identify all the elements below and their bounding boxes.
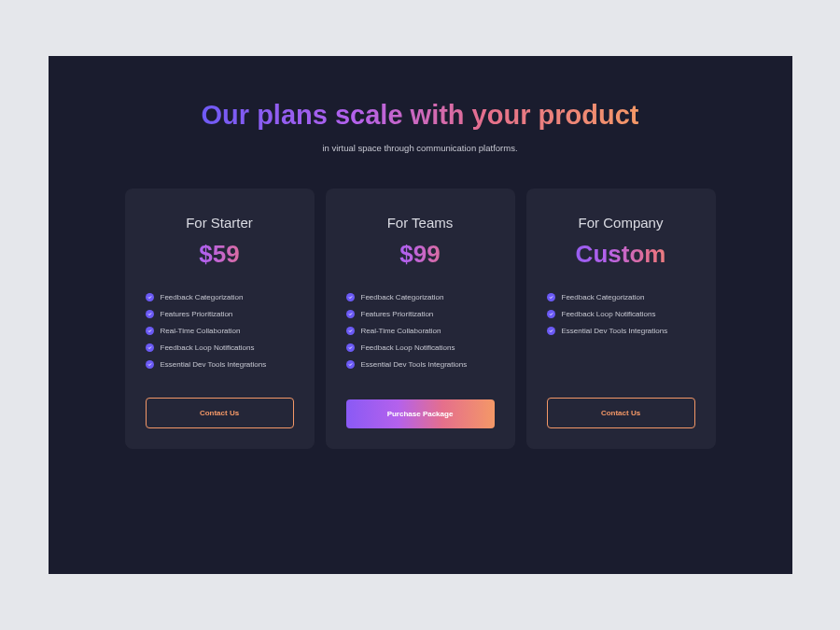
feature-item: Feedback Loop Notifications — [146, 343, 294, 352]
plan-price: $99 — [346, 240, 495, 269]
feature-label: Feedback Categorization — [161, 293, 244, 301]
check-icon — [346, 343, 355, 352]
page-title: Our plans scale with your product — [202, 98, 639, 133]
feature-item: Real-Time Collaboration — [146, 327, 294, 335]
plan-card-teams: For Teams $99 Feedback Categorization Fe… — [326, 189, 515, 449]
feature-list: Feedback Categorization Feedback Loop No… — [547, 293, 695, 377]
feature-label: Feedback Categorization — [361, 293, 444, 301]
plan-name: For Teams — [346, 215, 495, 231]
feature-item: Feedback Loop Notifications — [346, 343, 495, 352]
check-icon — [547, 293, 555, 301]
feature-label: Feedback Loop Notifications — [562, 310, 656, 318]
feature-label: Real-Time Collaboration — [361, 327, 441, 335]
feature-label: Essential Dev Tools Integrations — [562, 327, 668, 335]
plan-name: For Company — [547, 215, 695, 231]
feature-item: Features Prioritization — [346, 310, 495, 318]
check-icon — [146, 343, 154, 352]
contact-us-button[interactable]: Contact Us — [146, 398, 294, 428]
check-icon — [346, 310, 355, 318]
check-icon — [346, 327, 355, 335]
purchase-package-button[interactable]: Purchase Package — [346, 399, 495, 428]
feature-list: Feedback Categorization Features Priorit… — [146, 293, 294, 377]
plans-row: For Starter $59 Feedback Categorization … — [86, 189, 755, 449]
check-icon — [547, 310, 555, 318]
feature-item: Essential Dev Tools Integrations — [146, 360, 294, 369]
feature-item: Real-Time Collaboration — [346, 327, 495, 335]
plan-price: Custom — [547, 240, 695, 269]
check-icon — [146, 310, 154, 318]
pricing-section: Our plans scale with your product in vir… — [49, 56, 792, 574]
feature-label: Features Prioritization — [161, 310, 233, 318]
check-icon — [146, 293, 154, 301]
plan-card-company: For Company Custom Feedback Categorizati… — [526, 189, 716, 449]
header: Our plans scale with your product in vir… — [86, 98, 755, 153]
feature-label: Features Prioritization — [361, 310, 434, 318]
feature-item: Feedback Loop Notifications — [547, 310, 695, 318]
feature-list: Feedback Categorization Features Priorit… — [346, 293, 495, 379]
check-icon — [346, 360, 355, 369]
page-subtitle: in virtual space through communication p… — [86, 143, 755, 153]
feature-label: Essential Dev Tools Integrations — [361, 360, 468, 369]
plan-price: $59 — [146, 240, 294, 269]
feature-item: Feedback Categorization — [547, 293, 695, 301]
check-icon — [346, 293, 355, 301]
check-icon — [146, 360, 154, 369]
feature-label: Feedback Loop Notifications — [361, 343, 455, 352]
plan-name: For Starter — [146, 215, 294, 231]
plan-card-starter: For Starter $59 Feedback Categorization … — [125, 189, 315, 449]
contact-us-button[interactable]: Contact Us — [547, 398, 695, 428]
feature-label: Feedback Loop Notifications — [161, 343, 255, 352]
feature-item: Essential Dev Tools Integrations — [547, 327, 695, 335]
feature-item: Feedback Categorization — [346, 293, 495, 301]
feature-item: Essential Dev Tools Integrations — [346, 360, 495, 369]
check-icon — [146, 327, 154, 335]
feature-item: Features Prioritization — [146, 310, 294, 318]
check-icon — [547, 327, 555, 335]
feature-label: Essential Dev Tools Integrations — [161, 360, 267, 369]
feature-item: Feedback Categorization — [146, 293, 294, 301]
feature-label: Real-Time Collaboration — [161, 327, 241, 335]
feature-label: Feedback Categorization — [562, 293, 645, 301]
